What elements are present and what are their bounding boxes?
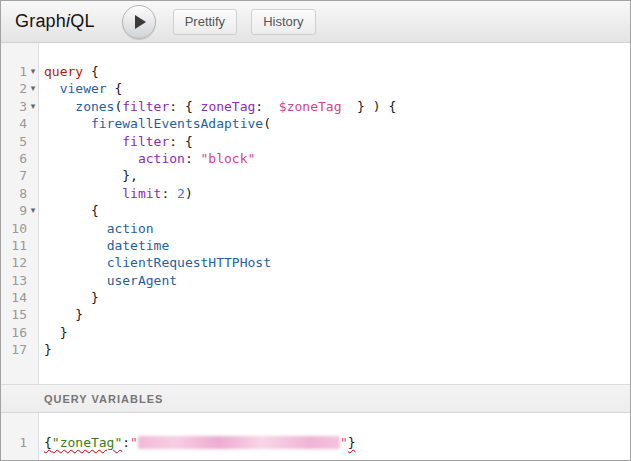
line-number: 1 <box>1 63 27 80</box>
toolbar: GraphiQL Prettify History <box>1 1 630 43</box>
code-token <box>44 116 91 131</box>
code-token: } ) { <box>341 99 396 114</box>
code-text[interactable]: } <box>39 306 83 323</box>
code-token: action <box>107 221 154 236</box>
code-token: } <box>44 342 52 357</box>
line-number: 11 <box>1 237 27 254</box>
code-line[interactable]: 4 firewallEventsAdaptive( <box>1 115 630 132</box>
line-number: 10 <box>1 220 27 237</box>
code-line[interactable]: 1{"zoneTag":""} <box>1 434 630 451</box>
line-number: 2 <box>1 80 27 97</box>
code-text[interactable]: viewer { <box>39 80 122 97</box>
query-variables-title: QUERY VARIABLES <box>44 393 163 405</box>
code-line[interactable]: 2▾ viewer { <box>1 80 630 97</box>
fold-gutter-spacer <box>27 306 39 323</box>
code-text[interactable]: } <box>39 341 52 358</box>
code-token: : <box>122 435 130 450</box>
code-line[interactable]: 16 } <box>1 324 630 341</box>
code-token: filter <box>122 99 169 114</box>
line-number: 9 <box>1 202 27 219</box>
code-line[interactable]: 6 action: "block" <box>1 150 630 167</box>
execute-query-button[interactable] <box>122 5 156 39</box>
code-token: "block" <box>201 151 256 166</box>
code-token: { <box>83 64 99 79</box>
query-editor[interactable]: 1▾query {2▾ viewer {3▾ zones(filter: { z… <box>1 43 630 384</box>
graphiql-window: GraphiQL Prettify History 1▾query {2▾ vi… <box>0 0 631 461</box>
code-line[interactable]: 8 limit: 2) <box>1 185 630 202</box>
code-line[interactable]: 11 datetime <box>1 237 630 254</box>
fold-arrow-icon[interactable]: ▾ <box>27 202 39 219</box>
code-line[interactable]: 17} <box>1 341 630 358</box>
code-token: filter <box>122 134 169 149</box>
code-token: { <box>107 81 123 96</box>
fold-gutter-spacer <box>27 272 39 289</box>
code-text[interactable]: {"zoneTag":""} <box>39 434 356 451</box>
code-text[interactable]: zones(filter: { zoneTag: $zoneTag } ) { <box>39 98 396 115</box>
code-token: : { <box>169 99 200 114</box>
fold-gutter-spacer <box>27 324 39 341</box>
code-token: userAgent <box>107 273 177 288</box>
code-token: : <box>255 99 278 114</box>
code-token: ) <box>185 186 193 201</box>
line-number: 5 <box>1 133 27 150</box>
code-text[interactable]: } <box>39 289 99 306</box>
code-line[interactable]: 3▾ zones(filter: { zoneTag: $zoneTag } )… <box>1 98 630 115</box>
history-button[interactable]: History <box>251 9 315 35</box>
query-variables-title-bar[interactable]: QUERY VARIABLES <box>1 384 630 413</box>
code-token: : <box>185 151 201 166</box>
code-token: $zoneTag <box>279 99 342 114</box>
code-text[interactable]: clientRequestHTTPHost <box>39 254 271 271</box>
code-line[interactable]: 1▾query { <box>1 63 630 80</box>
code-token: : { <box>169 134 192 149</box>
code-token: ( <box>263 116 271 131</box>
fold-gutter-spacer <box>27 133 39 150</box>
prettify-button[interactable]: Prettify <box>173 9 237 35</box>
code-token: " <box>340 435 348 450</box>
code-text[interactable]: userAgent <box>39 272 177 289</box>
code-token: : <box>161 186 177 201</box>
code-text[interactable]: limit: 2) <box>39 185 193 202</box>
logo-text: Graph <box>15 11 66 31</box>
code-token: } <box>44 290 99 305</box>
logo-text: QL <box>70 11 94 31</box>
fold-gutter-spacer <box>27 167 39 184</box>
play-icon <box>135 15 146 29</box>
code-text[interactable]: datetime <box>39 237 169 254</box>
line-number: 3 <box>1 98 27 115</box>
code-line[interactable]: 7 }, <box>1 167 630 184</box>
code-text[interactable]: { <box>39 202 99 219</box>
code-text[interactable]: firewallEventsAdaptive( <box>39 115 271 132</box>
code-token <box>44 81 60 96</box>
code-token: } <box>44 307 83 322</box>
code-text[interactable]: filter: { <box>39 133 193 150</box>
code-text[interactable]: }, <box>39 167 138 184</box>
code-line[interactable]: 10 action <box>1 220 630 237</box>
fold-gutter-spacer <box>27 150 39 167</box>
fold-arrow-icon[interactable]: ▾ <box>27 98 39 115</box>
code-line[interactable]: 9▾ { <box>1 202 630 219</box>
code-token: clientRequestHTTPHost <box>107 255 271 270</box>
code-line[interactable]: 13 userAgent <box>1 272 630 289</box>
fold-gutter-spacer <box>27 341 39 358</box>
line-number: 16 <box>1 324 27 341</box>
code-text[interactable]: } <box>39 324 67 341</box>
code-text[interactable]: action <box>39 220 154 237</box>
code-token <box>44 186 122 201</box>
code-line[interactable]: 5 filter: { <box>1 133 630 150</box>
line-number: 12 <box>1 254 27 271</box>
code-token: " <box>130 435 138 450</box>
code-line[interactable]: 14 } <box>1 289 630 306</box>
fold-arrow-icon[interactable]: ▾ <box>27 80 39 97</box>
code-token: "zoneTag" <box>52 435 122 450</box>
line-number: 8 <box>1 185 27 202</box>
fold-arrow-icon[interactable]: ▾ <box>27 63 39 80</box>
code-token: 2 <box>177 186 185 201</box>
redacted-zone-tag-value <box>138 436 340 449</box>
query-variables-editor[interactable]: 1{"zoneTag":""} <box>1 413 630 460</box>
code-token: action <box>138 151 185 166</box>
code-line[interactable]: 12 clientRequestHTTPHost <box>1 254 630 271</box>
code-line[interactable]: 15 } <box>1 306 630 323</box>
code-text[interactable]: query { <box>39 63 99 80</box>
code-text[interactable]: action: "block" <box>39 150 255 167</box>
fold-gutter-spacer <box>27 254 39 271</box>
